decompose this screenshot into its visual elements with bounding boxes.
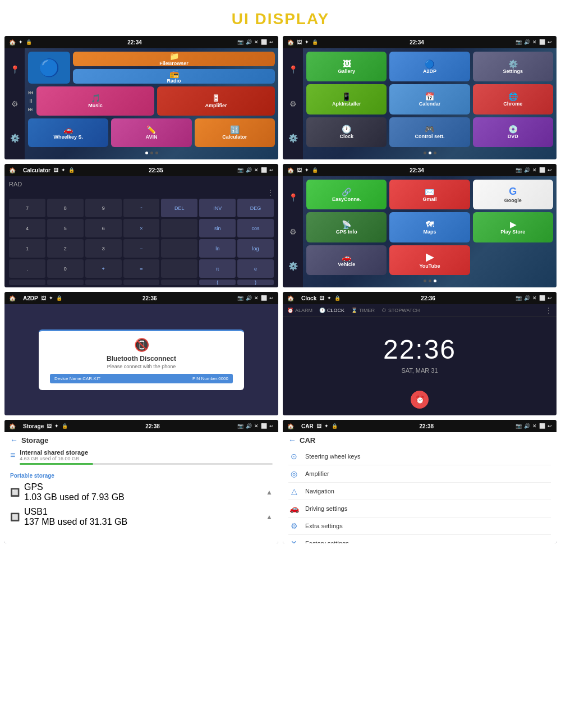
app-google[interactable]: G Google [473,180,553,209]
app-radio[interactable]: 📻 Radio [73,69,275,84]
calc-btn-ln[interactable]: ln [199,239,236,258]
calc-btn-open[interactable]: ( [199,280,236,285]
config-icon-1[interactable]: ⚙️ [10,134,20,143]
settings-icon-1[interactable]: ⚙ [11,99,19,108]
calc-btn-8[interactable]: 8 [47,199,84,217]
calc-btn-3[interactable]: 3 [85,239,122,258]
app-a2dp[interactable]: 🔵 A2DP [389,52,470,81]
settings-icon-2[interactable]: ⚙ [289,99,297,108]
app-dvd[interactable]: 💿 DVD [473,117,553,147]
home-icon-8[interactable]: 🏠 [287,423,294,429]
app-gpsinfo[interactable]: 📡 GPS Info [306,212,387,242]
app-gmail[interactable]: ✉️ Gmail [389,180,470,209]
car-back-button[interactable]: ← [288,436,296,445]
app-maps[interactable]: 🗺 Maps [389,212,470,242]
home-icon-2[interactable]: 🏠 [287,39,294,45]
app-avin[interactable]: ✏️ AVIN [111,118,191,148]
app-apkinstaller[interactable]: 📱 ApkInstaller [306,84,387,114]
location-icon-4[interactable]: 📍 [288,193,298,202]
tab-timer[interactable]: ⌛ TIMER [351,308,375,313]
app-music[interactable]: 🎵 Music [36,86,154,116]
app-youtube[interactable]: ▶ YouTube [389,245,470,275]
tab-stopwatch[interactable]: ⏱ STOPWATCH [381,308,420,313]
car-menu-navigation[interactable]: △ Navigation [288,483,551,500]
calc-btn-7[interactable]: 7 [9,199,45,217]
app-chrome[interactable]: 🌐 Chrome [473,84,553,114]
location-icon-2[interactable]: 📍 [288,65,298,74]
calc-btn-del[interactable]: DEL [161,199,197,217]
back-icon-5[interactable]: ↩ [269,295,274,301]
calc-btn-eq[interactable]: = [123,259,160,278]
back-icon-8[interactable]: ↩ [548,423,552,429]
calc-btn-dot[interactable]: . [9,259,45,278]
car-menu-amplifier[interactable]: ◎ Amplifier [288,465,551,483]
settings-icon-4[interactable]: ⚙ [289,227,297,236]
calc-btn-mul[interactable]: × [123,219,160,237]
app-gallery[interactable]: 🖼 Gallery [306,52,387,81]
calc-btn-sub[interactable]: − [123,239,160,258]
home-icon-5[interactable]: 🏠 [9,295,16,301]
calc-btn-add[interactable]: + [85,259,122,278]
back-icon-6[interactable]: ↩ [548,295,552,301]
app-amplifier[interactable]: 🎛 Amplifier [157,86,275,116]
calc-btn-sin[interactable]: sin [199,219,236,237]
app-control[interactable]: 🎮 Control sett. [389,117,470,147]
back-icon-7[interactable]: ↩ [269,423,274,429]
car-menu-driving[interactable]: 🚗 Driving settings [288,500,551,518]
storage-internal[interactable]: ≡ Internal shared storage 4.63 GB used o… [10,449,273,465]
calc-btn-inv[interactable]: INV [199,199,236,217]
calc-btn-cos[interactable]: cos [237,219,274,237]
calc-btn-2[interactable]: 2 [47,239,84,258]
screen-4-apps3: 🏠 🖼 ✦ 🔒 22:34 📷 🔊 ✕ ⬜ ↩ 📍 ⚙ ⚙️ [283,164,557,287]
calc-btn-e[interactable]: e [237,259,274,278]
app-playstore[interactable]: ▶ Play Store [473,212,553,242]
calc-btn-0[interactable]: 0 [47,259,84,278]
back-icon-4[interactable]: ↩ [548,167,552,173]
app-easyconnect[interactable]: 🔗 EasyConne. [306,180,387,209]
back-icon-3[interactable]: ↩ [269,167,274,173]
car-menu-factory[interactable]: ✕ Factory settings [288,535,551,543]
back-icon-2[interactable]: ↩ [548,39,552,45]
calc-btn-4[interactable]: 4 [9,219,45,237]
app-vehicle[interactable]: 🚗 Vehicle [306,245,387,275]
calc-btn-log[interactable]: log [237,239,274,258]
app-filebrowser[interactable]: 📁 FileBrowser [73,52,275,66]
usb1-eject-icon[interactable]: ▲ [266,513,273,521]
home-icon-7[interactable]: 🏠 [9,423,16,429]
calc-btn-deg[interactable]: DEG [237,199,274,217]
calc-btn-5[interactable]: 5 [47,219,84,237]
calc-btn-9[interactable]: 9 [85,199,122,217]
storage-back-button[interactable]: ← [10,436,18,445]
tab-clock[interactable]: 🕐 CLOCK [319,308,344,313]
app-settings[interactable]: ⚙️ Settings [473,52,553,81]
calc-btn-close[interactable]: ) [237,280,274,285]
gps-eject-icon[interactable]: ▲ [266,488,273,496]
app-calc[interactable]: 🔢 Calculator [195,118,275,148]
config-icon-4[interactable]: ⚙️ [288,262,298,271]
home-icon-3[interactable]: 🏠 [9,167,16,173]
calc-more-icon[interactable]: ⋮ [267,189,274,196]
calc-btn-pi[interactable]: π [199,259,236,278]
app-clock[interactable]: 🕐 Clock [306,117,387,147]
clock-more-icon[interactable]: ⋮ [545,306,552,314]
calc-btn-div[interactable]: ÷ [123,199,160,217]
app-wheelkey[interactable]: 🚗 Wheelkey S. [28,118,108,148]
location-icon-1[interactable]: 📍 [10,65,20,74]
storage-gps[interactable]: 🔲 GPS 1.03 GB used of 7.93 GB ▲ [10,482,273,502]
storage-usb1[interactable]: 🔲 USB1 137 MB used of 31.31 GB ▲ [10,507,273,527]
back-icon-1[interactable]: ↩ [269,39,274,45]
calc-btn-6[interactable]: 6 [85,219,122,237]
tab-alarm[interactable]: ⏰ ALARM [287,308,312,313]
app-bluetooth[interactable]: 🔵 [28,52,70,84]
home-icon-4[interactable]: 🏠 [287,167,294,173]
clock-fab-button[interactable]: ⏰ [411,391,429,409]
screen-7-storage: 🏠 Storage 🖼 ✦ 🔒 22:38 📷 🔊 ✕ ⬜ ↩ ← Storag… [4,420,278,543]
dots-2 [306,150,553,156]
home-icon-1[interactable]: 🏠 [9,39,16,45]
home-icon-6[interactable]: 🏠 [287,295,294,301]
car-menu-extra[interactable]: ⚙ Extra settings [288,518,551,535]
car-menu-steering[interactable]: ⊙ Steering wheel keys [288,448,551,465]
config-icon-2[interactable]: ⚙️ [288,134,298,143]
calc-btn-1[interactable]: 1 [9,239,45,258]
app-calendar[interactable]: 📅 Calendar [389,84,470,114]
